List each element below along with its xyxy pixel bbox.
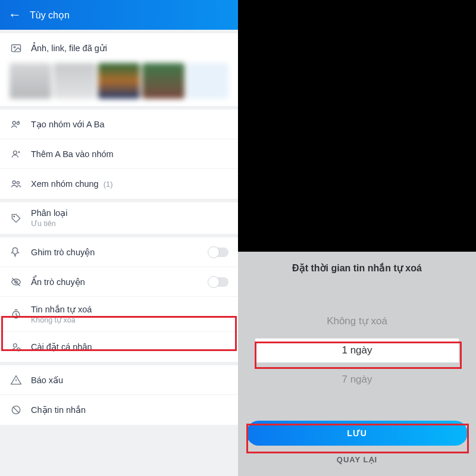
hide-row[interactable]: Ẩn trò chuyện bbox=[0, 267, 238, 297]
image-icon bbox=[10, 42, 23, 55]
add-to-group-label: Thêm A Ba vào nhóm bbox=[31, 149, 228, 159]
pin-toggle[interactable] bbox=[208, 248, 228, 257]
classify-row[interactable]: Phân loại Ưu tiên bbox=[0, 202, 238, 234]
block-icon bbox=[10, 403, 23, 416]
classify-value: Ưu tiên bbox=[31, 219, 228, 228]
hide-label: Ẩn trò chuyện bbox=[31, 277, 208, 287]
pin-row[interactable]: Ghim trò chuyện bbox=[0, 237, 238, 267]
auto-delete-value: Không tự xoá bbox=[31, 315, 228, 324]
eye-off-icon bbox=[10, 275, 23, 289]
header-bar: ← Tùy chọn bbox=[0, 0, 238, 30]
group-icon bbox=[10, 177, 23, 190]
time-picker-modal: Đặt thời gian tin nhắn tự xoá Không tự x… bbox=[238, 252, 476, 476]
media-thumbnails[interactable] bbox=[0, 63, 238, 106]
timer-icon bbox=[10, 308, 23, 321]
time-picker[interactable]: Không tự xoá 1 ngày 7 ngày bbox=[246, 286, 468, 415]
personal-label: Cài đặt cá nhân bbox=[31, 342, 228, 352]
svg-point-11 bbox=[17, 348, 20, 351]
svg-point-4 bbox=[13, 151, 17, 154]
auto-delete-row[interactable]: Tin nhắn tự xoá Không tự xoá bbox=[0, 297, 238, 332]
shared-count: (1) bbox=[104, 180, 113, 189]
sent-files-row[interactable]: Ảnh, link, file đã gửi bbox=[0, 33, 238, 63]
warning-icon bbox=[10, 374, 23, 387]
option-none[interactable]: Không tự xoá bbox=[327, 315, 387, 327]
svg-point-5 bbox=[12, 181, 15, 184]
block-row[interactable]: Chặn tin nhắn bbox=[0, 395, 238, 425]
svg-point-1 bbox=[14, 46, 15, 48]
modal-screen: Đặt thời gian tin nhắn tự xoá Không tự x… bbox=[238, 0, 476, 476]
view-shared-label: Xem nhóm chung (1) bbox=[31, 179, 228, 189]
auto-delete-label: Tin nhắn tự xoá bbox=[31, 305, 228, 314]
svg-rect-0 bbox=[12, 45, 21, 52]
cancel-button[interactable]: QUAY LẠI bbox=[246, 452, 468, 468]
tag-icon bbox=[10, 212, 23, 225]
block-label: Chặn tin nhắn bbox=[31, 405, 228, 415]
classify-label: Phân loại bbox=[31, 208, 228, 218]
page-title: Tùy chọn bbox=[30, 10, 70, 21]
group-add-icon bbox=[10, 118, 23, 131]
sent-files-label: Ảnh, link, file đã gửi bbox=[31, 43, 228, 53]
svg-point-7 bbox=[14, 215, 15, 217]
view-shared-row[interactable]: Xem nhóm chung (1) bbox=[0, 169, 238, 199]
person-settings-icon bbox=[10, 340, 23, 353]
svg-point-2 bbox=[12, 121, 15, 124]
add-to-group-row[interactable]: Thêm A Ba vào nhóm bbox=[0, 139, 238, 169]
personal-row[interactable]: Cài đặt cá nhân bbox=[0, 332, 238, 362]
create-group-row[interactable]: Tạo nhóm với A Ba bbox=[0, 109, 238, 139]
hide-toggle[interactable] bbox=[208, 277, 228, 287]
person-add-icon bbox=[10, 148, 23, 161]
report-label: Báo xấu bbox=[31, 375, 228, 385]
option-7day[interactable]: 7 ngày bbox=[342, 374, 372, 386]
svg-point-10 bbox=[13, 344, 17, 347]
pin-icon bbox=[10, 246, 23, 259]
create-group-label: Tạo nhóm với A Ba bbox=[31, 120, 228, 129]
modal-title: Đặt thời gian tin nhắn tự xoá bbox=[246, 262, 468, 274]
pin-label: Ghim trò chuyện bbox=[31, 248, 208, 257]
save-button[interactable]: LƯU bbox=[246, 421, 468, 446]
option-1day[interactable]: 1 ngày bbox=[255, 338, 459, 363]
options-screen: ← Tùy chọn Ảnh, link, file đã gửi Tạo nh… bbox=[0, 0, 238, 476]
report-row[interactable]: Báo xấu bbox=[0, 365, 238, 395]
svg-point-6 bbox=[17, 181, 19, 184]
back-arrow-icon[interactable]: ← bbox=[8, 7, 21, 23]
